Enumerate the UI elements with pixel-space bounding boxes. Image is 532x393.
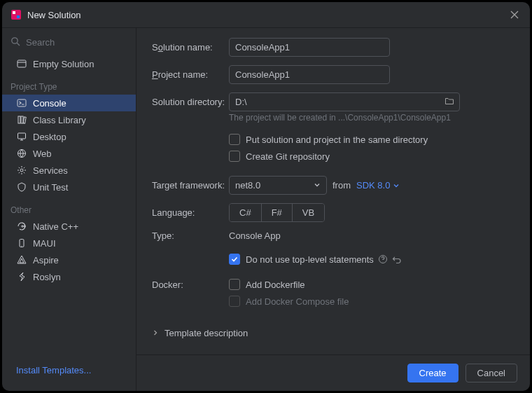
titlebar: New Solution: [2, 2, 530, 28]
search-box[interactable]: [2, 34, 136, 55]
close-icon[interactable]: [507, 8, 522, 22]
type-label: Type:: [152, 230, 229, 241]
chevron-down-icon: [314, 180, 321, 191]
sidebar-item-label: Web: [33, 149, 52, 159]
roslyn-icon: [16, 271, 27, 282]
sidebar-item-unit-test[interactable]: Unit Test: [2, 179, 136, 195]
chevron-right-icon: [152, 328, 159, 338]
dockercompose-label: Add Docker Compose file: [246, 296, 349, 307]
lang-fsharp[interactable]: F#: [262, 204, 293, 221]
sidebar-item-label: Empty Solution: [33, 59, 94, 69]
svg-rect-7: [21, 116, 23, 123]
project-name-input[interactable]: [229, 65, 390, 84]
svg-point-13: [21, 245, 22, 246]
svg-rect-1: [13, 11, 15, 14]
sidebar-item-aspire[interactable]: Aspire: [2, 251, 136, 268]
cancel-button[interactable]: Cancel: [465, 364, 517, 382]
git-label: Create Git repository: [246, 151, 330, 162]
main: Solution name: Project name: Solution di…: [136, 28, 530, 391]
sidebar-item-label: Aspire: [33, 255, 59, 266]
svg-rect-8: [23, 117, 26, 123]
sidebar-item-label: Desktop: [33, 132, 66, 142]
language-label: Language:: [152, 207, 229, 218]
section-header-project-type: Project Type: [2, 72, 136, 95]
undo-icon[interactable]: [392, 254, 402, 264]
window-title: New Solution: [27, 10, 507, 20]
create-button[interactable]: Create: [407, 364, 458, 382]
sidebar-item-native-cpp[interactable]: Native C++: [2, 218, 136, 235]
sidebar-item-label: Roslyn: [33, 272, 61, 282]
solution-dir-input[interactable]: [229, 92, 460, 111]
sidebar-item-console[interactable]: Console: [2, 95, 136, 111]
toplevel-checkbox[interactable]: [229, 254, 240, 265]
sidebar-item-label: Unit Test: [33, 182, 68, 193]
lang-vb[interactable]: VB: [293, 204, 324, 221]
install-templates-link[interactable]: Install Templates...: [2, 358, 136, 385]
body: Empty Solution Project Type Console Clas…: [2, 28, 530, 391]
target-framework-select[interactable]: net8.0: [229, 176, 327, 195]
svg-rect-2: [17, 15, 20, 18]
sidebar-item-services[interactable]: Services: [2, 162, 136, 179]
new-solution-dialog: New Solution Empty Solution Project Type: [2, 2, 530, 391]
template-description-label: Template description: [164, 328, 248, 338]
folder-browse-icon[interactable]: [444, 96, 454, 108]
aspire-icon: [16, 254, 27, 266]
solution-dir-hint: The project will be created in ...\Conso…: [229, 113, 514, 123]
footer: Create Cancel: [136, 354, 530, 391]
from-text: from: [332, 180, 351, 191]
target-framework-value: net8.0: [235, 180, 260, 191]
lang-csharp[interactable]: C#: [230, 204, 262, 221]
sidebar-item-web[interactable]: Web: [2, 145, 136, 162]
sidebar-item-empty-solution[interactable]: Empty Solution: [2, 55, 136, 72]
svg-point-3: [12, 38, 18, 43]
search-input[interactable]: [26, 37, 127, 48]
advanced-settings-expander[interactable]: Advanced Settings: [152, 345, 514, 354]
toplevel-label: Do not use top-level statements: [246, 254, 374, 265]
type-value: Console App: [229, 230, 281, 241]
solution-name-label: Solution name:: [152, 42, 229, 53]
sidebar: Empty Solution Project Type Console Clas…: [2, 28, 136, 391]
same-dir-checkbox[interactable]: [229, 134, 240, 145]
cpp-icon: [16, 221, 27, 232]
console-icon: [16, 97, 27, 109]
project-name-label: Project name:: [152, 69, 229, 80]
svg-rect-4: [18, 60, 26, 67]
library-icon: [16, 114, 27, 125]
sidebar-item-class-library[interactable]: Class Library: [2, 111, 136, 128]
svg-rect-9: [18, 133, 26, 139]
svg-point-11: [20, 169, 23, 172]
services-icon: [16, 165, 27, 176]
docker-label: Docker:: [152, 280, 229, 290]
dockercompose-checkbox: [229, 296, 240, 307]
target-framework-label: Target framework:: [152, 180, 229, 191]
sidebar-item-label: MAUI: [33, 238, 56, 249]
same-dir-label: Put solution and project in the same dir…: [246, 135, 428, 145]
sidebar-item-maui[interactable]: MAUI: [2, 235, 136, 251]
app-icon: [10, 9, 22, 20]
sidebar-item-label: Console: [33, 98, 66, 109]
solution-icon: [16, 58, 27, 69]
language-group: C# F# VB: [229, 203, 325, 222]
section-header-other: Other: [2, 195, 136, 218]
help-icon[interactable]: [378, 254, 388, 264]
sidebar-item-roslyn[interactable]: Roslyn: [2, 268, 136, 285]
sidebar-item-label: Class Library: [33, 115, 86, 125]
sidebar-item-label: Native C++: [33, 221, 78, 232]
web-icon: [16, 148, 27, 159]
solution-dir-label: Solution directory:: [152, 97, 229, 107]
maui-icon: [16, 237, 27, 249]
dockerfile-checkbox[interactable]: [229, 279, 240, 290]
git-checkbox[interactable]: [229, 151, 240, 162]
solution-name-input[interactable]: [229, 38, 390, 57]
sdk-link[interactable]: SDK 8.0: [356, 180, 400, 191]
search-icon: [10, 36, 20, 48]
sidebar-item-desktop[interactable]: Desktop: [2, 128, 136, 145]
sidebar-item-label: Services: [33, 165, 68, 176]
svg-rect-5: [18, 99, 26, 106]
desktop-icon: [16, 131, 27, 142]
svg-rect-6: [18, 116, 20, 123]
form: Solution name: Project name: Solution di…: [136, 28, 530, 354]
template-description-expander[interactable]: Template description: [152, 321, 514, 345]
dockerfile-label: Add Dockerfile: [246, 280, 305, 290]
test-icon: [16, 181, 27, 193]
